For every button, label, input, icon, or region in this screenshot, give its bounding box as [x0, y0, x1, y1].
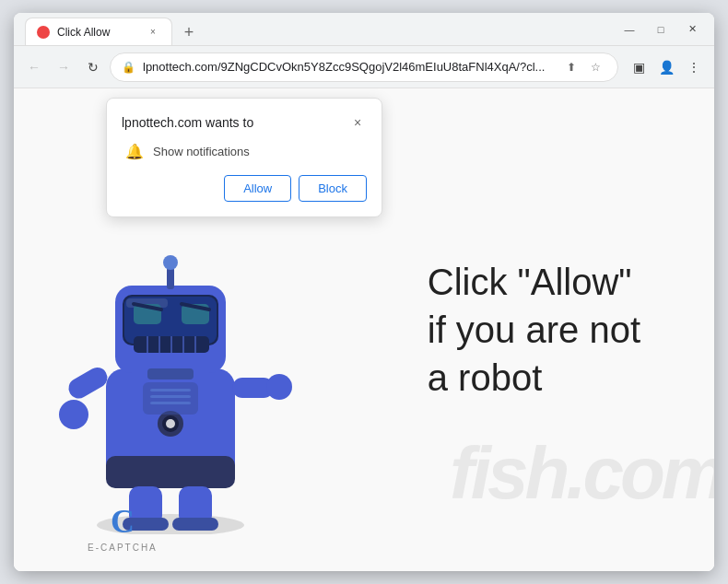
- profile-icon[interactable]: 👤: [653, 54, 679, 80]
- main-text-line3: a robot: [428, 354, 640, 402]
- tab-strip: Click Allow × +: [21, 13, 611, 45]
- tab-title: Click Allow: [57, 26, 138, 39]
- extensions-icon[interactable]: ▣: [626, 54, 652, 80]
- notification-description: Show notifications: [153, 145, 250, 158]
- main-text-line1: Click "Allow": [428, 258, 640, 306]
- svg-rect-34: [150, 402, 191, 404]
- back-button[interactable]: ←: [21, 54, 47, 80]
- active-tab[interactable]: Click Allow ×: [25, 18, 172, 45]
- minimize-button[interactable]: —: [615, 15, 644, 44]
- bell-icon: 🔔: [125, 143, 144, 160]
- main-text-line2: if you are not: [428, 306, 640, 354]
- svg-rect-2: [106, 456, 235, 488]
- svg-rect-30: [172, 518, 218, 531]
- close-button[interactable]: ✕: [677, 15, 707, 44]
- ecaptcha-label: E-CAPTCHA: [88, 543, 158, 553]
- popup-close-button[interactable]: ×: [348, 113, 367, 132]
- bookmark-icon[interactable]: ☆: [584, 56, 606, 78]
- share-icon[interactable]: ⬆: [560, 56, 582, 78]
- title-bar: Click Allow × + — □ ✕: [14, 13, 714, 46]
- tab-close-button[interactable]: ×: [146, 25, 160, 40]
- new-tab-button[interactable]: +: [176, 19, 202, 45]
- popup-header: lpnottech.com wants to ×: [122, 113, 367, 132]
- ecaptcha-logo: C E-CAPTCHA: [88, 502, 158, 553]
- robot-image: [41, 184, 299, 534]
- watermark-text: fish.com: [450, 431, 714, 516]
- svg-rect-32: [150, 389, 191, 391]
- allow-button[interactable]: Allow: [224, 175, 291, 202]
- svg-point-26: [166, 419, 175, 428]
- svg-rect-17: [147, 368, 194, 380]
- svg-rect-33: [150, 395, 191, 398]
- svg-point-19: [163, 255, 178, 270]
- url-actions: ⬆ ☆: [560, 56, 606, 78]
- url-bar[interactable]: 🔒 lpnottech.com/9ZNgCDCvOkn5Y8Zcc9SQgojV…: [110, 53, 618, 82]
- menu-icon[interactable]: ⋮: [681, 54, 707, 80]
- svg-rect-18: [167, 267, 174, 289]
- browser-actions: ▣ 👤 ⋮: [626, 54, 707, 80]
- block-button[interactable]: Block: [299, 175, 367, 202]
- svg-rect-31: [143, 382, 198, 415]
- svg-rect-20: [65, 364, 111, 403]
- page-body: fish.com: [14, 88, 714, 571]
- notification-popup: lpnottech.com wants to × 🔔 Show notifica…: [106, 98, 382, 217]
- title-bar-right: — □ ✕: [615, 15, 707, 44]
- popup-title: lpnottech.com wants to: [122, 115, 253, 130]
- address-bar: ← → ↻ 🔒 lpnottech.com/9ZNgCDCvOkn5Y8Zcc9…: [14, 46, 714, 88]
- browser-window: Click Allow × + — □ ✕ ← → ↻ 🔒 lpnottech.…: [14, 13, 714, 571]
- url-text: lpnottech.com/9ZNgCDCvOkn5Y8Zcc9SQgojV2l…: [143, 60, 553, 74]
- maximize-button[interactable]: □: [646, 15, 675, 44]
- popup-buttons: Allow Block: [122, 175, 367, 202]
- forward-button[interactable]: →: [51, 54, 76, 80]
- tab-favicon: [37, 26, 50, 39]
- popup-notification-row: 🔔 Show notifications: [122, 143, 367, 160]
- reload-button[interactable]: ↻: [80, 54, 106, 80]
- svg-point-21: [59, 400, 88, 429]
- main-caption: Click "Allow" if you are not a robot: [428, 258, 640, 402]
- ecaptcha-c-icon: C: [111, 502, 135, 541]
- svg-point-23: [266, 374, 292, 400]
- page-content: fish.com: [14, 88, 714, 571]
- security-lock-icon: 🔒: [122, 61, 135, 74]
